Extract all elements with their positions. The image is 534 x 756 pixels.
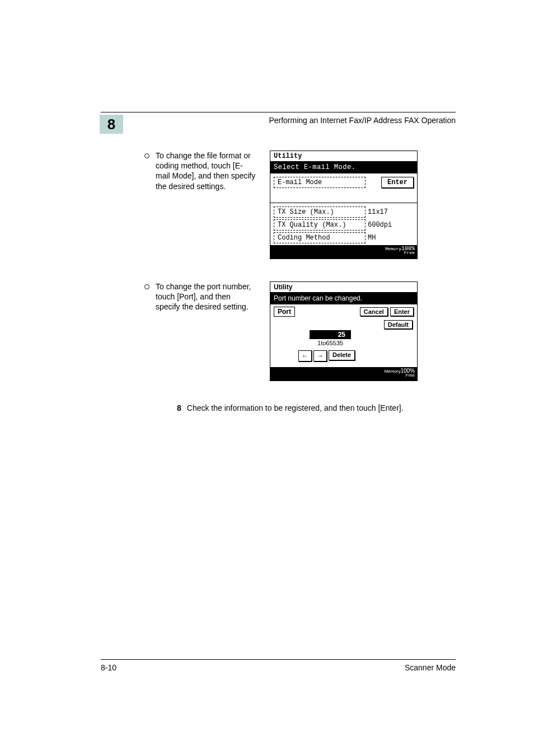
step-text: Check the information to be registered, … (187, 403, 404, 412)
lcd1-title: Utility (270, 151, 417, 162)
port-button[interactable]: Port (274, 307, 295, 317)
bullet-email-mode: To change the file format or coding meth… (144, 151, 256, 191)
step-number: 8 (177, 403, 181, 412)
cancel-button[interactable]: Cancel (360, 307, 388, 316)
delete-button[interactable]: Delete (329, 350, 355, 360)
header-rule: 8 Performing an Internet Fax/IP Address … (101, 112, 456, 128)
tx-quality-button[interactable]: TX Quality (Max.) (274, 219, 366, 231)
tx-size-row: TX Size (Max.) 11x17 (274, 206, 414, 218)
coding-row: Coding Method MH (274, 232, 414, 243)
bullet-port: To change the port number, touch [Port],… (144, 281, 256, 312)
page-number: 8-10 (101, 663, 116, 672)
port-line: Port Cancel Enter (274, 307, 414, 317)
lcd2-prompt: Port number can be changed. (270, 293, 417, 304)
header-title: Performing an Internet Fax/IP Address FA… (269, 116, 456, 125)
lcd1-email-row: E-mail Mode Enter (270, 173, 417, 203)
lcd2-title: Utility (270, 282, 417, 293)
lcd2-body: Port Cancel Enter Default 25 1to65535 ← … (270, 304, 417, 367)
tx-quality-value: 600dpi (368, 221, 392, 229)
memory-label: Memory (385, 247, 401, 251)
step-8: 8 Check the information to be registered… (177, 403, 456, 412)
arrow-row: ← → Delete (298, 350, 355, 361)
lcd-email-mode: Utility Select E-mail Mode. E-mail Mode … (270, 151, 418, 259)
free-label: Free (404, 251, 415, 255)
memory-label-2: Memory (385, 369, 401, 374)
free-label-2: Free (406, 373, 415, 378)
lcd1-footer: Memory100% Free (270, 245, 417, 259)
tx-size-button[interactable]: TX Size (Max.) (274, 206, 366, 218)
enter-button[interactable]: Enter (381, 177, 414, 188)
default-button[interactable]: Default (384, 320, 413, 329)
lcd-port: Utility Port number can be changed. Port… (270, 281, 418, 381)
coding-method-value: MH (368, 234, 376, 242)
coding-method-button[interactable]: Coding Method (274, 232, 366, 243)
left-arrow-button[interactable]: ← (298, 350, 312, 361)
tx-quality-row: TX Quality (Max.) 600dpi (274, 219, 414, 231)
email-mode-button[interactable]: E-mail Mode (274, 177, 366, 188)
lcd1-settings: TX Size (Max.) 11x17 TX Quality (Max.) 6… (270, 203, 417, 243)
page-footer: 8-10 Scanner Mode (101, 659, 456, 672)
page: 8 Performing an Internet Fax/IP Address … (0, 0, 534, 756)
lcd1-prompt: Select E-mail Mode. (270, 162, 417, 173)
lcd2-footer: Memory100% Free (270, 367, 417, 381)
chapter-number: 8 (100, 115, 123, 134)
port-value: 25 (310, 330, 351, 339)
doc-title: Scanner Mode (405, 663, 456, 672)
row-port: To change the port number, touch [Port],… (144, 281, 456, 381)
right-arrow-button[interactable]: → (313, 350, 327, 361)
value-row: 25 1to65535 (310, 330, 351, 346)
tx-size-value: 11x17 (368, 208, 388, 216)
enter-button-port[interactable]: Enter (390, 307, 414, 316)
row-email-mode: To change the file format or coding meth… (144, 151, 456, 259)
port-range: 1to65535 (310, 340, 351, 346)
content-area: To change the file format or coding meth… (144, 151, 456, 412)
